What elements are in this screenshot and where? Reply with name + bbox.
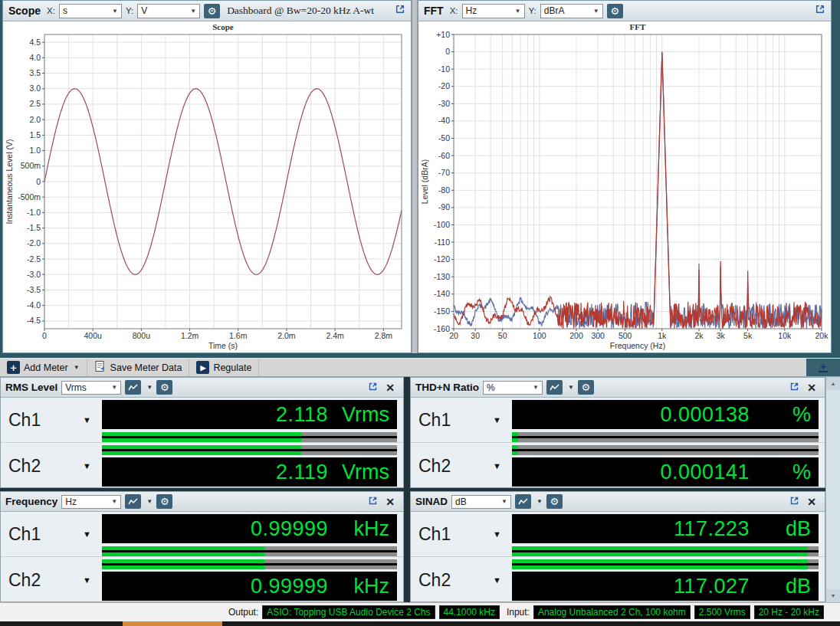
channel-selector[interactable]: Ch2▼: [1, 443, 102, 489]
meter-display: 0.99999kHz: [102, 572, 397, 601]
scope-panel: Scope X: s▼ Y: V▼ ⚙ Dashboard @ Bw=20-20…: [2, 0, 412, 353]
meter-graph-icon[interactable]: [125, 494, 141, 509]
pin-panel-icon[interactable]: +: [819, 362, 828, 372]
panel-splitter[interactable]: [412, 0, 418, 353]
meter-display: 0.000138%: [512, 400, 819, 429]
svg-text:100: 100: [533, 331, 546, 340]
popout-icon[interactable]: [368, 495, 378, 509]
meter-bar: [512, 559, 819, 569]
close-icon[interactable]: ✕: [382, 382, 399, 394]
svg-text:0: 0: [42, 331, 47, 340]
chevron-down-icon[interactable]: ▼: [146, 384, 153, 391]
meters-region: RMS Level Vrms▼ ▼ ⚙ ✕ Ch1▼ 2.118Vrms: [0, 377, 840, 602]
svg-text:-80: -80: [438, 185, 450, 195]
scope-x-unit-value: s: [63, 5, 67, 16]
svg-text:300: 300: [591, 331, 605, 340]
meter-unit-select[interactable]: Hz▼: [61, 495, 121, 509]
svg-text:-20: -20: [438, 81, 450, 90]
meter-value-unit: %: [750, 403, 811, 427]
svg-text:4.5: 4.5: [29, 38, 41, 47]
popout-icon[interactable]: [368, 381, 378, 395]
add-meter-button[interactable]: ＋ Add Meter ▼: [0, 359, 87, 376]
save-meter-data-button[interactable]: Save Meter Data: [87, 359, 190, 376]
svg-text:50: 50: [498, 331, 507, 340]
popout-icon[interactable]: [395, 4, 405, 18]
fft-y-unit-select[interactable]: dBrA▼: [540, 4, 603, 18]
channel-selector[interactable]: Ch1▼: [411, 512, 512, 556]
regulate-button[interactable]: ▶ Regulate: [189, 359, 259, 376]
chevron-down-icon: ▼: [493, 415, 501, 424]
meter-graph-icon[interactable]: [546, 380, 563, 395]
scope-y-unit-select[interactable]: V▼: [137, 4, 200, 18]
fft-y-unit-value: dBrA: [544, 5, 565, 16]
chevron-down-icon: ▼: [83, 461, 91, 470]
svg-text:-100: -100: [434, 220, 450, 229]
channel-selector[interactable]: Ch2▼: [1, 557, 102, 603]
popout-icon[interactable]: [789, 495, 799, 509]
svg-text:-90: -90: [438, 202, 450, 211]
channel-selector[interactable]: Ch2▼: [411, 443, 512, 489]
svg-text:2.0: 2.0: [29, 115, 41, 124]
svg-text:20k: 20k: [815, 331, 829, 340]
scroll-down-icon[interactable]: ▼: [826, 589, 840, 602]
meter-graph-icon[interactable]: [515, 494, 531, 509]
channel-name: Ch2: [418, 456, 451, 477]
svg-text:10k: 10k: [778, 331, 792, 340]
chevron-down-icon[interactable]: ▼: [536, 498, 543, 505]
meter-unit-select[interactable]: dB▼: [451, 495, 511, 509]
popout-icon[interactable]: [789, 381, 799, 395]
chevron-down-icon[interactable]: ▼: [568, 384, 574, 391]
meter-display: 117.027dB: [512, 572, 819, 601]
channel-selector[interactable]: Ch2▼: [411, 557, 512, 603]
popout-icon[interactable]: [815, 4, 825, 18]
meter-header: Frequency Hz▼ ▼ ⚙ ✕: [1, 492, 403, 512]
svg-text:1.6m: 1.6m: [229, 331, 248, 340]
vertical-scrollbar[interactable]: ▲ ▼: [825, 377, 840, 602]
meter-unit-value: Vrms: [65, 382, 87, 393]
gear-icon[interactable]: ⚙: [204, 4, 220, 18]
scrollbar-track[interactable]: [826, 390, 840, 589]
meter-unit-value: Hz: [65, 497, 77, 507]
fft-panel-title: FFT: [424, 5, 444, 17]
gear-icon[interactable]: ⚙: [546, 494, 563, 509]
input-config-badge: Analog Unbalanced 2 Ch, 100 kohm: [533, 605, 691, 619]
scope-y-label: Y:: [126, 6, 133, 15]
gear-icon[interactable]: ⚙: [578, 380, 594, 395]
bottom-edge-strip: [0, 621, 840, 626]
channel-name: Ch2: [8, 570, 41, 591]
close-icon[interactable]: ✕: [803, 496, 820, 508]
svg-text:-10: -10: [438, 64, 450, 74]
svg-text:-130: -130: [434, 272, 450, 281]
svg-text:-2.5: -2.5: [27, 254, 41, 264]
meter-unit-value: %: [487, 382, 495, 393]
svg-text:-4.0: -4.0: [27, 300, 41, 310]
meter-bar: [102, 546, 397, 556]
channel-selector[interactable]: Ch1▼: [411, 398, 512, 442]
gear-icon[interactable]: ⚙: [156, 380, 172, 395]
channel-selector[interactable]: Ch1▼: [1, 398, 102, 442]
channel-selector[interactable]: Ch1▼: [1, 512, 102, 556]
meter-unit-select[interactable]: %▼: [483, 381, 543, 395]
fft-x-unit-select[interactable]: Hz▼: [462, 4, 525, 18]
gear-icon[interactable]: ⚙: [156, 494, 172, 509]
chevron-down-icon[interactable]: ▼: [146, 498, 153, 505]
meter-bar: [512, 546, 819, 556]
close-icon[interactable]: ✕: [382, 496, 399, 508]
meter-graph-icon[interactable]: [125, 380, 141, 395]
close-icon[interactable]: ✕: [803, 382, 820, 394]
svg-text:-1.5: -1.5: [27, 223, 41, 232]
scroll-up-icon[interactable]: ▲: [826, 377, 840, 390]
meter-toolbar: ＋ Add Meter ▼ Save Meter Data ▶ Regulate…: [0, 358, 840, 377]
meter-unit-select[interactable]: Vrms▼: [61, 381, 121, 395]
meter-value-unit: dB: [750, 517, 811, 541]
meter-value-unit: %: [750, 460, 811, 484]
gear-icon[interactable]: ⚙: [607, 4, 623, 18]
scope-x-unit-select[interactable]: s▼: [59, 4, 122, 18]
meter-header: THD+N Ratio %▼ ▼ ⚙ ✕: [411, 378, 825, 398]
dashboard-label: Dashboard @ Bw=20-20 kHz A-wt: [227, 5, 374, 17]
svg-text:500: 500: [619, 331, 632, 340]
meter-value: 117.223: [518, 517, 750, 541]
meters-grid: RMS Level Vrms▼ ▼ ⚙ ✕ Ch1▼ 2.118Vrms: [0, 377, 825, 602]
svg-text:-160: -160: [434, 324, 450, 333]
svg-text:3k: 3k: [717, 331, 726, 340]
